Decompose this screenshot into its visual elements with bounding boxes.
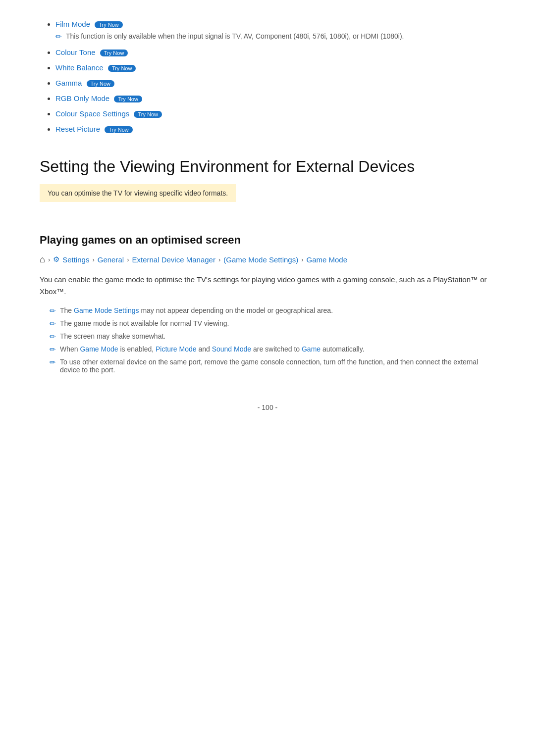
- film-mode-link[interactable]: Film Mode: [55, 20, 90, 28]
- highlight-box: You can optimise the TV for viewing spec…: [40, 184, 236, 202]
- note-3-text: The screen may shake somewhat.: [60, 332, 165, 340]
- rgb-only-mode-link[interactable]: RGB Only Mode: [55, 94, 109, 102]
- breadcrumb-general[interactable]: General: [98, 255, 124, 264]
- breadcrumb-external-device-manager[interactable]: External Device Manager: [132, 255, 215, 264]
- pencil-icon-4: ✏: [50, 345, 56, 354]
- game-link-note4[interactable]: Game: [302, 345, 321, 353]
- try-now-badge-colour-space-settings[interactable]: Try Now: [134, 111, 162, 118]
- breadcrumb-sep-0: ›: [48, 256, 50, 263]
- page-number: - 100 -: [40, 403, 495, 411]
- feature-list: Film Mode Try Now ✏ This function is onl…: [40, 20, 495, 133]
- note-5: ✏ To use other external device on the sa…: [40, 358, 495, 374]
- film-mode-note-text: This function is only available when the…: [66, 32, 404, 40]
- note-3: ✏ The screen may shake somewhat.: [40, 332, 495, 341]
- note-2: ✏ The game mode is not available for nor…: [40, 319, 495, 328]
- breadcrumb-settings[interactable]: Settings: [62, 255, 89, 264]
- colour-tone-link[interactable]: Colour Tone: [55, 48, 96, 56]
- try-now-badge-rgb-only-mode[interactable]: Try Now: [114, 96, 142, 102]
- white-balance-link[interactable]: White Balance: [55, 63, 104, 72]
- game-mode-settings-link-1[interactable]: Game Mode Settings: [74, 306, 139, 314]
- try-now-badge-gamma[interactable]: Try Now: [87, 80, 115, 87]
- sound-mode-link-note4[interactable]: Sound Mode: [212, 345, 251, 353]
- pencil-icon-film-mode: ✏: [55, 32, 62, 41]
- breadcrumb-sep-2: ›: [127, 256, 129, 263]
- section-title: Setting the Viewing Environment for Exte…: [40, 157, 495, 176]
- note-1-text: The Game Mode Settings may not appear de…: [60, 306, 333, 314]
- list-item-colour-tone: Colour Tone Try Now: [55, 48, 495, 56]
- try-now-badge-film-mode[interactable]: Try Now: [95, 21, 123, 28]
- list-item-rgb-only-mode: RGB Only Mode Try Now: [55, 94, 495, 102]
- colour-space-settings-link[interactable]: Colour Space Settings: [55, 109, 129, 118]
- breadcrumb-game-mode[interactable]: Game Mode: [307, 255, 348, 264]
- note-4-text: When Game Mode is enabled, Picture Mode …: [60, 345, 365, 353]
- picture-mode-link-note4[interactable]: Picture Mode: [156, 345, 196, 353]
- note-2-text: The game mode is not available for norma…: [60, 319, 229, 327]
- sub-section-title: Playing games on an optimised screen: [40, 234, 495, 247]
- try-now-badge-white-balance[interactable]: Try Now: [108, 65, 136, 72]
- note-1: ✏ The Game Mode Settings may not appear …: [40, 306, 495, 315]
- list-item-film-mode: Film Mode Try Now ✏ This function is onl…: [55, 20, 495, 41]
- list-item-colour-space-settings: Colour Space Settings Try Now: [55, 109, 495, 118]
- note-5-text: To use other external device on the same…: [60, 358, 495, 374]
- breadcrumb-game-mode-settings[interactable]: (Game Mode Settings): [223, 255, 298, 264]
- pencil-icon-1: ✏: [50, 306, 56, 315]
- settings-icon: ⚙: [53, 255, 59, 264]
- game-mode-link-note4[interactable]: Game Mode: [80, 345, 118, 353]
- breadcrumb-sep-1: ›: [92, 256, 94, 263]
- home-icon[interactable]: ⌂: [40, 254, 45, 265]
- try-now-badge-reset-picture[interactable]: Try Now: [105, 126, 133, 133]
- pencil-icon-5: ✏: [50, 358, 56, 367]
- note-4: ✏ When Game Mode is enabled, Picture Mod…: [40, 345, 495, 354]
- reset-picture-link[interactable]: Reset Picture: [55, 125, 100, 133]
- pencil-icon-2: ✏: [50, 319, 56, 328]
- list-item-white-balance: White Balance Try Now: [55, 63, 495, 72]
- gamma-link[interactable]: Gamma: [55, 79, 82, 87]
- breadcrumb: ⌂ › ⚙ Settings › General › External Devi…: [40, 254, 495, 265]
- list-item-gamma: Gamma Try Now: [55, 79, 495, 87]
- try-now-badge-colour-tone[interactable]: Try Now: [100, 50, 128, 56]
- body-paragraph: You can enable the game mode to optimise…: [40, 274, 495, 298]
- breadcrumb-sep-3: ›: [218, 256, 220, 263]
- film-mode-note: ✏ This function is only available when t…: [55, 32, 495, 41]
- pencil-icon-3: ✏: [50, 332, 56, 341]
- list-item-reset-picture: Reset Picture Try Now: [55, 125, 495, 133]
- breadcrumb-sep-4: ›: [301, 256, 303, 263]
